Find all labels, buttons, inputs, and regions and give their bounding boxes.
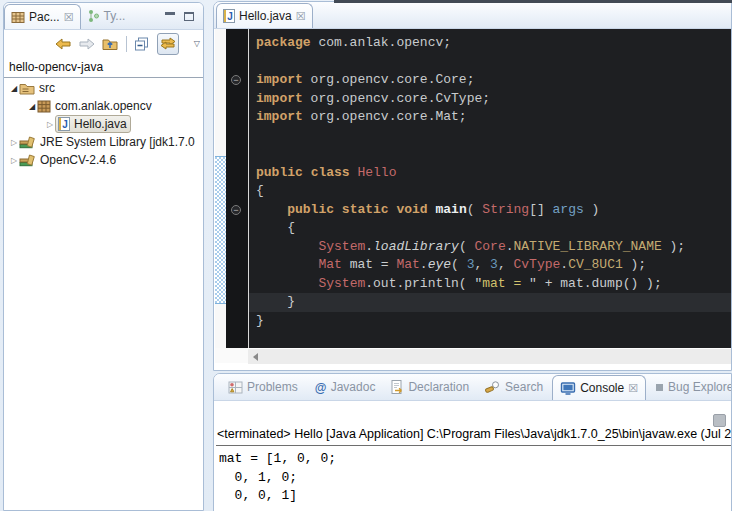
console-tab-javadoc[interactable]: @Javadoc	[307, 375, 383, 400]
minimize-icon[interactable]	[165, 12, 175, 15]
console-tabbar: Problems@JavadocDeclarationSearchConsole…	[214, 374, 731, 401]
code-line: public static void main( String[] args )	[256, 201, 731, 220]
tree-separator	[4, 77, 203, 78]
console-tab-label: Search	[505, 380, 543, 394]
problems-icon	[228, 381, 243, 394]
project-root-label[interactable]: hello-opencv-java	[4, 59, 203, 76]
tree-collapsed-arrow-icon[interactable]: ▷	[45, 120, 55, 129]
editor-tabbar: J Hello.java ☒	[214, 2, 731, 29]
console-tab-console[interactable]: Console☒	[552, 375, 646, 400]
forward-arrow-icon[interactable]	[79, 34, 96, 54]
console-tab-label: Bug Explorer	[668, 380, 732, 394]
svg-text:@: @	[314, 381, 326, 394]
view-tab-label: Ty...	[104, 9, 126, 23]
view-menu-icon[interactable]: ▽	[186, 34, 203, 54]
link-with-editor-icon[interactable]	[157, 33, 179, 55]
editor-range-column	[215, 29, 226, 348]
tree-collapsed-arrow-icon[interactable]: ▷	[9, 156, 19, 165]
search-icon	[485, 380, 501, 394]
package-explorer-icon	[11, 11, 25, 24]
code-line: }	[256, 312, 731, 331]
tree-item-src[interactable]: ◢src	[4, 79, 203, 97]
code-line: System.loadLibrary( Core.NATIVE_LIBRARY_…	[256, 238, 731, 257]
console-icon	[560, 382, 576, 395]
scroll-left-arrow-icon[interactable]	[253, 353, 258, 361]
svg-text:J: J	[62, 119, 68, 130]
package-explorer-tabbar: Pac...☒Ty...	[4, 3, 203, 30]
go-into-icon[interactable]	[102, 34, 119, 54]
svg-text:J: J	[227, 11, 233, 22]
library-icon	[19, 136, 36, 149]
fold-collapse-icon[interactable]: −	[231, 75, 241, 85]
tree-item-jre[interactable]: ▷JRE System Library [jdk1.7.0	[4, 133, 203, 151]
javadoc-icon: @	[314, 381, 327, 394]
code-line: package com.anlak.opencv;	[256, 34, 731, 53]
console-tab-label: Console	[580, 381, 624, 395]
package-icon	[37, 100, 51, 113]
console-view: Problems@JavadocDeclarationSearchConsole…	[213, 373, 732, 511]
tree-item-com[interactable]: ◢com.anlak.opencv	[4, 97, 203, 115]
type-hierarchy-icon	[87, 9, 100, 23]
fold-collapse-icon[interactable]: −	[231, 205, 241, 215]
tree-item-opencv-2[interactable]: ▷OpenCV-2.4.6	[4, 151, 203, 169]
editor-fold-gutter: −−	[226, 29, 248, 348]
console-tab-label: Declaration	[408, 380, 469, 394]
toolbar-separator	[126, 36, 127, 52]
close-icon[interactable]: ☒	[628, 383, 638, 394]
declaration-icon	[391, 380, 404, 394]
tree-item-hello[interactable]: ▷JHello.java	[4, 115, 203, 133]
console-toolbar-button[interactable]	[713, 414, 726, 427]
code-line: System.out.println( "mat = " + mat.dump(…	[256, 275, 731, 294]
package-explorer-view: Pac...☒Ty... ▽ hello-opencv-java ◢src◢co…	[3, 2, 204, 511]
back-arrow-icon[interactable]	[55, 34, 72, 54]
code-line: {	[256, 182, 731, 201]
collapse-all-icon[interactable]	[134, 34, 151, 54]
tree-selection: JHello.java	[55, 115, 131, 133]
package-explorer-toolbar: ▽	[4, 30, 203, 57]
tree-item-label: src	[39, 81, 55, 95]
range-indicator	[215, 156, 226, 304]
source-folder-icon	[19, 82, 35, 95]
scrollbar-corner	[215, 348, 248, 363]
java-file-icon: J	[58, 117, 70, 131]
code-line	[256, 53, 731, 72]
code-line: }	[249, 293, 731, 312]
console-output-line: 0, 0, 1]	[219, 487, 731, 506]
console-tab-bug-explorer[interactable]: Bug Explorer	[648, 375, 732, 400]
tree-expanded-arrow-icon[interactable]: ◢	[27, 102, 37, 111]
editor-area: J Hello.java ☒ −− package com.anlak.open…	[213, 1, 732, 371]
library-icon	[19, 154, 36, 167]
console-tab-search[interactable]: Search	[478, 375, 550, 400]
tree-expanded-arrow-icon[interactable]: ◢	[9, 84, 19, 93]
close-icon[interactable]: ☒	[64, 12, 74, 23]
editor-tab-label: Hello.java	[239, 9, 292, 23]
console-status-line: <terminated> Hello [Java Application] C:…	[216, 427, 731, 446]
code-text[interactable]: package com.anlak.opencv; import org.ope…	[249, 29, 731, 348]
code-line: Mat mat = Mat.eye( 3, 3, CvType.CV_8UC1 …	[256, 256, 731, 275]
code-line: {	[256, 219, 731, 238]
tree-item-label: OpenCV-2.4.6	[40, 153, 116, 167]
console-output-line: mat = [1, 0, 0;	[219, 450, 731, 469]
console-tab-problems[interactable]: Problems	[221, 375, 305, 400]
view-tab-ty[interactable]: Ty...	[81, 4, 132, 29]
console-output-line: 0, 1, 0;	[219, 469, 731, 488]
tree-collapsed-arrow-icon[interactable]: ▷	[9, 138, 19, 147]
code-line: public class Hello	[256, 164, 731, 183]
code-line: import org.opencv.core.Core;	[256, 71, 731, 90]
horizontal-scrollbar[interactable]	[248, 348, 731, 364]
console-tab-label: Javadoc	[331, 380, 376, 394]
maximize-icon[interactable]	[184, 12, 194, 21]
console-tab-label: Problems	[247, 380, 298, 394]
bug-icon	[655, 383, 664, 392]
code-line	[256, 127, 731, 146]
java-file-icon: J	[223, 9, 235, 23]
code-editor[interactable]: −− package com.anlak.opencv; import org.…	[215, 29, 731, 348]
window-top-edge	[334, 0, 732, 3]
tree-item-label: Hello.java	[74, 117, 127, 131]
console-tab-declaration[interactable]: Declaration	[384, 375, 476, 400]
view-tab-pac[interactable]: Pac...☒	[4, 4, 81, 29]
view-tab-label: Pac...	[29, 10, 60, 24]
editor-tab-hello-java[interactable]: J Hello.java ☒	[216, 3, 313, 28]
code-line: import org.opencv.core.CvType;	[256, 90, 731, 109]
close-icon[interactable]: ☒	[296, 11, 306, 22]
